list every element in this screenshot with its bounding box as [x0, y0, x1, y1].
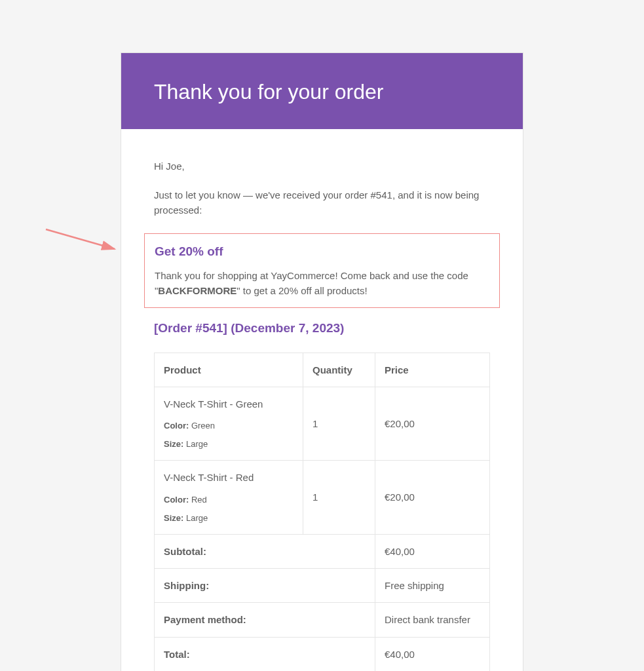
promo-box: Get 20% off Thank you for shopping at Ya… [144, 233, 500, 308]
col-price: Price [375, 353, 490, 387]
payment-value: Direct bank transfer [375, 603, 490, 637]
product-name: V-Neck T-Shirt - Red [164, 470, 294, 485]
summary-row-payment: Payment method: Direct bank transfer [155, 603, 490, 637]
shipping-value: Free shipping [375, 569, 490, 603]
email-body: Hi Joe, Just to let you know — we've rec… [121, 129, 523, 671]
total-label: Total: [155, 637, 375, 671]
promo-text: Thank you for shopping at YayCommerce! C… [155, 268, 489, 299]
product-color: Color: Red [164, 493, 294, 507]
table-row: V-Neck T-Shirt - Red Color: Red Size: La… [155, 461, 490, 535]
table-row: V-Neck T-Shirt - Green Color: Green Size… [155, 387, 490, 461]
shipping-label: Shipping: [155, 569, 375, 603]
email-title: Thank you for your order [154, 80, 383, 104]
promo-title: Get 20% off [155, 242, 489, 261]
order-heading: [Order #541] (December 7, 2023) [154, 318, 490, 337]
promo-code: BACKFORMORE [158, 285, 237, 296]
annotation-arrow [43, 223, 121, 256]
intro-text: Just to let you know — we've received yo… [154, 187, 490, 218]
col-quantity: Quantity [303, 353, 375, 387]
qty-cell: 1 [303, 387, 375, 461]
price-cell: €20,00 [375, 461, 490, 535]
svg-line-0 [46, 229, 115, 249]
product-cell: V-Neck T-Shirt - Green Color: Green Size… [155, 387, 303, 461]
product-name: V-Neck T-Shirt - Green [164, 396, 294, 412]
price-cell: €20,00 [375, 387, 490, 461]
product-size: Size: Large [164, 512, 294, 525]
summary-row-shipping: Shipping: Free shipping [155, 569, 490, 603]
promo-text-after: " to get a 20% off all products! [237, 285, 367, 296]
col-product: Product [155, 353, 303, 387]
product-cell: V-Neck T-Shirt - Red Color: Red Size: La… [155, 461, 303, 535]
product-color: Color: Green [164, 419, 294, 432]
subtotal-label: Subtotal: [155, 534, 375, 568]
table-header-row: Product Quantity Price [155, 353, 490, 387]
qty-cell: 1 [303, 461, 375, 535]
email-card: Thank you for your order Hi Joe, Just to… [121, 52, 523, 671]
email-header: Thank you for your order [121, 53, 523, 129]
total-value: €40,00 [375, 637, 490, 671]
product-size: Size: Large [164, 438, 294, 451]
subtotal-value: €40,00 [375, 534, 490, 568]
summary-row-subtotal: Subtotal: €40,00 [155, 534, 490, 568]
order-table: Product Quantity Price V-Neck T-Shirt - … [154, 353, 490, 671]
summary-row-total: Total: €40,00 [155, 637, 490, 671]
payment-label: Payment method: [155, 603, 375, 637]
greeting-text: Hi Joe, [154, 159, 490, 174]
